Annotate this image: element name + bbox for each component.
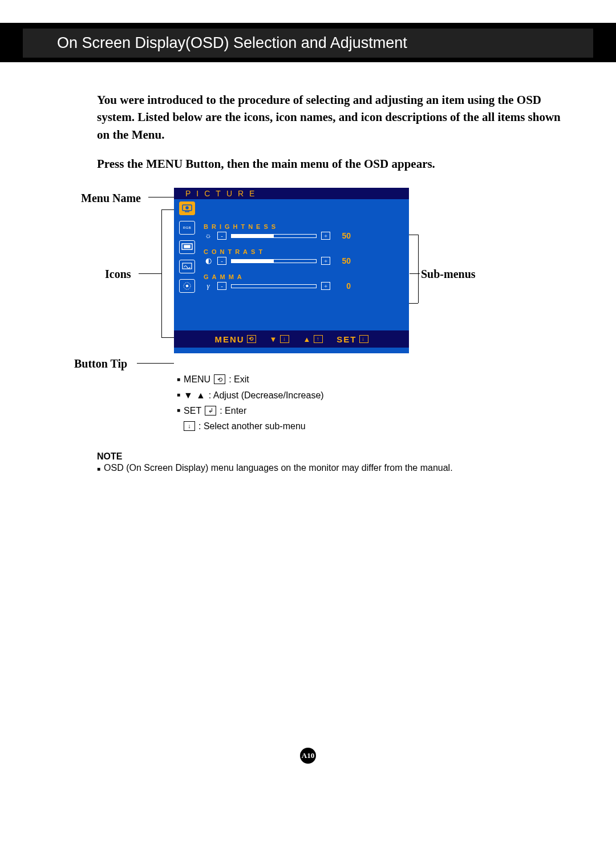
minus-button[interactable]: - bbox=[217, 257, 226, 265]
gamma-value: 0 bbox=[335, 281, 351, 291]
down-arrow-icon: ↓ bbox=[184, 421, 195, 431]
submenu-gamma[interactable]: GAMMA γ - + 0 bbox=[204, 273, 406, 291]
tip-select: : Select another sub-menu bbox=[198, 418, 306, 434]
label-button-tip: Button Tip bbox=[74, 357, 127, 370]
footer-menu-label: MENU bbox=[214, 334, 244, 344]
box-up-icon: ↑ bbox=[314, 335, 323, 343]
brightness-slider[interactable] bbox=[231, 234, 317, 238]
footer-set-label: SET bbox=[337, 334, 356, 344]
osd-title: PICTURE bbox=[174, 188, 409, 199]
label-icons: Icons bbox=[105, 268, 131, 281]
enter-box-icon: ↓ bbox=[359, 335, 368, 343]
intro-paragraph-1: You were introduced to the procedure of … bbox=[97, 91, 565, 143]
tip-enter: : Enter bbox=[220, 403, 246, 418]
note-title: NOTE bbox=[97, 451, 565, 462]
exit-icon: ⟲ bbox=[214, 374, 225, 384]
osd-footer-row: MENU ⟲ ▼ ↓ ▲ ↑ SET ↓ bbox=[174, 330, 409, 348]
note-text: OSD (On Screen Display) menu languages o… bbox=[104, 463, 453, 473]
triangle-up-icon: ▲ bbox=[303, 335, 311, 344]
setup-icon[interactable] bbox=[179, 260, 195, 273]
submenu-contrast[interactable]: CONTRAST ◐ - + 50 bbox=[204, 248, 406, 265]
osd-diagram: Menu Name Icons Button Tip Sub-menus PIC… bbox=[91, 183, 565, 434]
svg-rect-4 bbox=[184, 245, 190, 248]
label-menu-name: Menu Name bbox=[81, 192, 141, 205]
brightness-label: BRIGHTNESS bbox=[204, 223, 406, 230]
page-number: A10 bbox=[300, 748, 316, 764]
tip-exit: : Exit bbox=[229, 372, 249, 387]
gamma-slider[interactable] bbox=[231, 284, 317, 288]
svg-point-2 bbox=[186, 207, 188, 209]
tip-adjust: : Adjust (Decrease/Increase) bbox=[209, 388, 324, 403]
minus-button[interactable]: - bbox=[217, 282, 226, 290]
contrast-glyph-icon: ◐ bbox=[204, 256, 213, 265]
osd-icon-column: RGB bbox=[174, 199, 200, 330]
plus-button[interactable]: + bbox=[321, 257, 330, 265]
color-icon[interactable]: RGB bbox=[179, 221, 195, 235]
brightness-glyph-icon: ☼ bbox=[204, 231, 213, 240]
osd-panel: PICTURE RGB bbox=[174, 188, 409, 353]
tip-set-word: SET bbox=[184, 403, 201, 418]
picture-icon[interactable] bbox=[179, 201, 195, 215]
triangle-up-icon: ▲ bbox=[196, 388, 205, 403]
enter-icon: ↲ bbox=[205, 406, 216, 416]
tip-menu-word: MENU bbox=[184, 372, 210, 387]
label-sub-menus: Sub-menus bbox=[421, 268, 476, 281]
contrast-label: CONTRAST bbox=[204, 248, 406, 255]
tracking-icon[interactable] bbox=[179, 240, 195, 254]
gamma-glyph-icon: γ bbox=[204, 281, 213, 291]
contrast-slider[interactable] bbox=[231, 259, 317, 263]
plus-button[interactable]: + bbox=[321, 282, 330, 290]
gamma-label: GAMMA bbox=[204, 273, 406, 280]
triangle-down-icon: ▼ bbox=[270, 335, 278, 344]
brightness-value: 50 bbox=[335, 231, 351, 240]
svg-rect-5 bbox=[183, 263, 192, 269]
plus-button[interactable]: + bbox=[321, 232, 330, 240]
intro-paragraph-2: Press the MENU Button, then the main men… bbox=[97, 157, 565, 171]
triangle-down-icon: ▼ bbox=[184, 388, 193, 403]
box-down-icon: ↓ bbox=[280, 335, 289, 343]
minus-button[interactable]: - bbox=[217, 232, 226, 240]
button-tips: ■ MENU ⟲ : Exit ■ ▼ ▲ : Adjust (Decrease… bbox=[177, 372, 324, 434]
submenu-brightness[interactable]: BRIGHTNESS ☼ - + 50 bbox=[204, 223, 406, 240]
osd-submenu-list: BRIGHTNESS ☼ - + 50 CONTRAST ◐ bbox=[200, 199, 409, 330]
page-title: On Screen Display(OSD) Selection and Adj… bbox=[23, 29, 593, 58]
flatron-icon[interactable] bbox=[179, 279, 195, 293]
contrast-value: 50 bbox=[335, 256, 351, 265]
exit-icon: ⟲ bbox=[247, 335, 256, 343]
svg-point-7 bbox=[186, 285, 188, 287]
